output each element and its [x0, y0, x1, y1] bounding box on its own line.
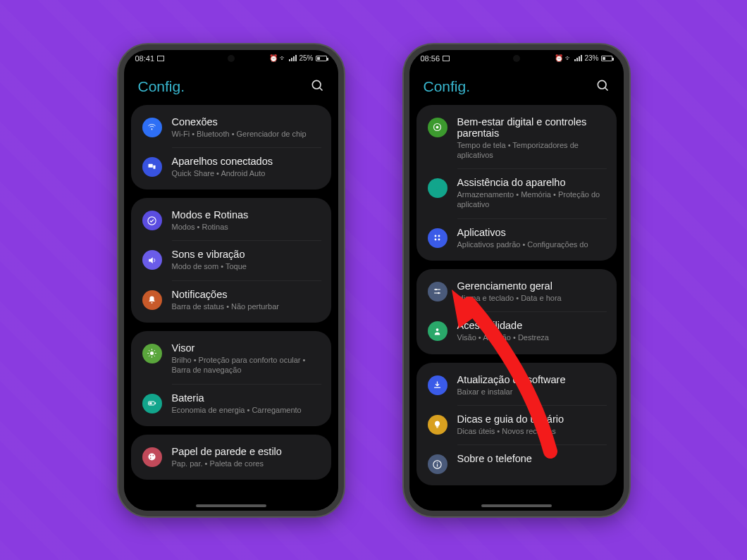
settings-item-sobre[interactable]: Sobre o telefone	[416, 444, 617, 483]
settings-group: VisorBrilho • Proteção para conforto ocu…	[131, 331, 331, 426]
settings-item-notificacoes[interactable]: NotificaçõesBarra de status • Não pertur…	[131, 280, 331, 320]
settings-item-title: Conexões	[172, 116, 320, 127]
apps-icon	[428, 228, 447, 248]
settings-item-subtitle: Barra de status • Não perturbar	[172, 301, 320, 311]
battery-pct: 23%	[584, 54, 598, 62]
svg-point-21	[153, 455, 154, 456]
svg-rect-3	[149, 164, 153, 168]
settings-item-title: Sobre o telefone	[457, 453, 605, 464]
signal-icon	[289, 55, 297, 61]
svg-point-19	[149, 454, 156, 461]
svg-line-1	[319, 87, 322, 90]
svg-rect-38	[436, 428, 438, 428]
search-button[interactable]	[310, 78, 324, 95]
settings-item-title: Bateria	[172, 392, 320, 404]
status-time: 08:41	[135, 54, 155, 63]
settings-item-aparelhos-conectados[interactable]: Aparelhos conectadosQuick Share • Androi…	[131, 147, 331, 187]
settings-item-subtitle: Quick Share • Android Auto	[172, 168, 320, 178]
settings-item-bem-estar[interactable]: Bem-estar digital e controles parentaisT…	[416, 108, 617, 169]
info-icon	[428, 454, 447, 474]
download-icon	[428, 375, 447, 395]
settings-item-subtitle: Pap. par. • Paleta de cores	[172, 459, 320, 468]
settings-item-subtitle: Modos • Rotinas	[172, 222, 320, 232]
settings-item-dicas[interactable]: Dicas e guia do usuárioDicas úteis • Nov…	[416, 405, 617, 444]
settings-item-assistencia[interactable]: Assistência do aparelhoArmazenamento • M…	[416, 168, 617, 218]
settings-item-ger-geral[interactable]: Gerenciamento geralIdioma e teclado • Da…	[416, 272, 617, 311]
alarm-icon: ⏰	[555, 54, 563, 62]
settings-item-modos-rotinas[interactable]: Modos e RotinasModos • Rotinas	[131, 201, 331, 240]
svg-point-40	[437, 462, 438, 463]
svg-rect-17	[155, 402, 156, 404]
wifi-icon	[142, 118, 162, 137]
gesture-bar[interactable]	[481, 504, 552, 507]
settings-item-visor[interactable]: VisorBrilho • Proteção para conforto ocu…	[131, 334, 331, 384]
gesture-bar[interactable]	[196, 504, 266, 507]
settings-item-subtitle: Tempo de tela • Temporizadores de aplica…	[457, 140, 605, 161]
svg-point-30	[435, 239, 437, 241]
svg-point-2	[152, 129, 153, 130]
battery-icon	[142, 394, 162, 413]
phone-right: 08:56 ⏰ ᯤ 23% Config. Bem-estar digital …	[404, 44, 629, 516]
settings-item-bateria[interactable]: BateriaEconomia de energia • Carregament…	[131, 384, 331, 423]
svg-rect-41	[437, 464, 438, 467]
alarm-icon: ⏰	[269, 54, 278, 62]
svg-point-29	[438, 235, 440, 237]
person-icon	[428, 321, 447, 341]
svg-point-6	[152, 302, 153, 304]
svg-point-36	[436, 328, 439, 331]
settings-item-title: Aplicativos	[457, 227, 605, 238]
svg-point-27	[436, 187, 439, 189]
settings-item-subtitle: Idioma e teclado • Data e hora	[457, 293, 605, 303]
settings-item-subtitle: Visão • Audição • Destreza	[457, 332, 605, 342]
settings-item-title: Assistência do aparelho	[457, 177, 605, 188]
settings-item-title: Modos e Rotinas	[172, 209, 320, 220]
settings-item-atualizacao[interactable]: Atualização de softwareBaixar e instalar	[416, 366, 617, 405]
settings-item-subtitle: Aplicativos padrão • Configurações do	[457, 239, 605, 249]
camera-hole	[513, 55, 520, 62]
svg-point-34	[435, 289, 437, 291]
search-button[interactable]	[595, 78, 610, 95]
settings-group: Bem-estar digital e controles parentaisT…	[416, 105, 617, 261]
battery-icon	[601, 56, 612, 61]
battery-icon	[316, 56, 327, 61]
settings-item-subtitle: Economia de energia • Carregamento	[172, 405, 320, 415]
sound-icon	[142, 250, 162, 270]
background-pattern	[0, 0, 747, 560]
page-title: Config.	[138, 78, 185, 95]
settings-item-subtitle: Baixar e instalar	[457, 387, 605, 397]
settings-item-title: Aparelhos conectados	[172, 156, 320, 167]
settings-item-papel-parede[interactable]: Papel de parede e estiloPap. par. • Pale…	[131, 437, 331, 477]
palette-icon	[142, 447, 162, 467]
svg-line-24	[605, 87, 607, 90]
status-time: 08:56	[421, 54, 440, 63]
svg-point-23	[598, 80, 606, 89]
bell-icon	[142, 290, 162, 310]
sliders-icon	[428, 282, 447, 301]
settings-item-conexoes[interactable]: ConexõesWi-Fi • Bluetooth • Gerenciador …	[131, 108, 331, 147]
settings-item-subtitle: Brilho • Proteção para conforto ocular •…	[172, 355, 320, 375]
settings-item-title: Atualização de software	[457, 374, 605, 385]
settings-item-title: Gerenciamento geral	[457, 280, 605, 292]
settings-list[interactable]: ConexõesWi-Fi • Bluetooth • Gerenciador …	[124, 105, 338, 494]
settings-item-subtitle: Wi-Fi • Bluetooth • Gerenciador de chip	[172, 129, 320, 139]
settings-item-sons[interactable]: Sons e vibraçãoModo de som • Toque	[131, 240, 331, 280]
svg-point-22	[150, 458, 152, 459]
settings-group: Atualização de softwareBaixar e instalar…	[416, 363, 617, 486]
page-title: Config.	[424, 78, 471, 95]
camera-hole	[228, 55, 235, 62]
svg-point-0	[312, 80, 321, 89]
svg-rect-4	[153, 166, 155, 169]
settings-group: ConexõesWi-Fi • Bluetooth • Gerenciador …	[131, 105, 331, 190]
svg-line-12	[149, 351, 149, 351]
settings-list[interactable]: Bem-estar digital e controles parentaisT…	[409, 105, 624, 500]
svg-point-7	[150, 351, 154, 355]
svg-line-13	[154, 356, 155, 356]
care-icon	[428, 178, 447, 198]
svg-point-31	[438, 239, 440, 241]
settings-item-subtitle: Modo de som • Toque	[172, 261, 320, 271]
settings-item-aplicativos[interactable]: AplicativosAplicativos padrão • Configur…	[416, 218, 617, 258]
settings-item-subtitle: Dicas úteis • Novos recursos	[457, 426, 605, 436]
settings-item-acessibilidade[interactable]: AcessibilidadeVisão • Audição • Destreza	[416, 311, 617, 351]
screenshot-icon	[443, 56, 450, 61]
settings-item-title: Notificações	[172, 289, 320, 300]
